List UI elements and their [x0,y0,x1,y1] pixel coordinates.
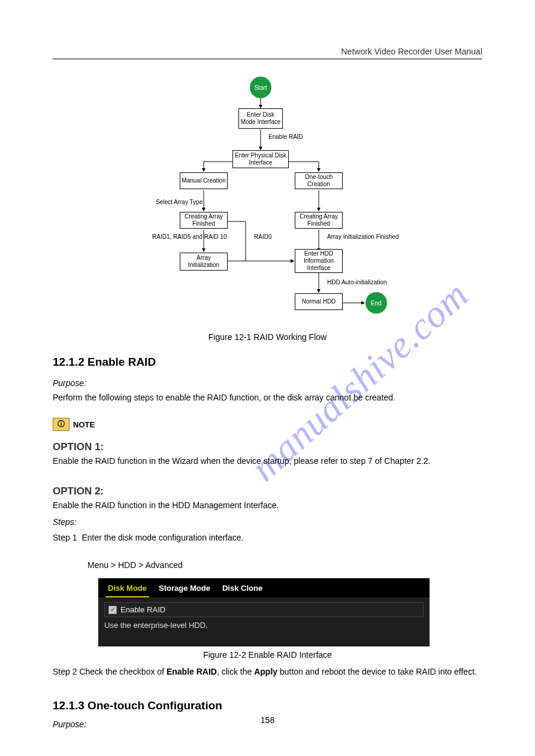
enable-raid-label: Enable RAID [120,605,165,614]
tab-disk-clone[interactable]: Disk Clone [216,578,268,597]
flow-label-enable-raid: Enable RAID [268,133,303,140]
section-title-enable-raid: 12.1.2 Enable RAID [53,356,156,369]
note-row: NOTE [53,418,95,431]
flow-box-ehdd: Enter HDD Information Interface [295,249,343,273]
flow-box-cfin-l: Creating Array Finished [180,212,228,229]
page-number: 158 [0,715,535,725]
flow-box-cfin-r: Creating Array Finished [295,212,343,229]
step1-label: Step 1 [53,533,77,542]
enterprise-hdd-hint: Use the enterprise-level HDD. [104,621,424,630]
flow-end: End [365,292,387,314]
header-divider [53,59,482,59]
flow-label-raid0: RAID0 [254,233,271,240]
purpose-text-1: Perform the following steps to enable th… [53,391,482,404]
flow-label-raid-note: RAID1, RAID5 and RAID 10 [152,233,200,240]
disk-mode-panel: Disk Mode Storage Mode Disk Clone ✓ Enab… [98,578,430,646]
flow-label-autoinit: HDD Auto-initialization [327,279,387,286]
flow-caption: Figure 12-1 RAID Working Flow [0,332,535,342]
step1-path: Menu > HDD > Advanced [87,559,183,572]
flow-box-manual: Manual Creation [180,172,228,189]
flow-start: Start [250,77,271,98]
section-title-onetouch: 12.1.3 One-touch Configuration [53,699,222,712]
flow-box-ainit: Array Initialization [180,253,228,271]
manual-title: Network Video Recorder User Manual [341,47,482,56]
note-icon [53,418,69,431]
note-label: NOTE [73,420,95,429]
flowchart: Start Enter Disk Mode Interface Enable R… [138,71,413,322]
page-header: Network Video Recorder User Manual [53,47,482,56]
flow-box-phys: Enter Physical Disk Interface [232,150,289,168]
flow-label-select-type: Select Array Type [156,199,202,205]
enable-raid-checkbox[interactable]: ✓ [108,606,117,614]
tab-storage-mode[interactable]: Storage Mode [153,578,216,597]
flow-box-normal: Normal HDD [295,293,343,310]
flow-box-disk-mode: Enter Disk Mode Interface [238,108,283,129]
option2-heading: OPTION 2: [53,484,104,499]
option1-text: Enable the RAID function in the Wizard w… [53,455,482,467]
flow-label-init-fin: Array Initialization Finished [327,233,399,240]
flow-box-onetouch: One-touch Creation [295,172,343,189]
purpose-label-1: Purpose: [53,377,86,390]
step2-row: Step 2 Check the checkbox of Enable RAID… [53,666,482,678]
steps-label: Steps: [53,516,77,529]
option2-text: Enable the RAID function in the HDD Mana… [53,499,279,512]
tab-disk-mode[interactable]: Disk Mode [102,578,153,597]
step1-text: Enter the disk mode configuration interf… [81,533,243,542]
panel-caption: Figure 12-2 Enable RAID Interface [0,650,535,660]
flow-end-label: End [371,300,382,306]
enable-raid-row[interactable]: ✓ Enable RAID [104,602,424,617]
option1-heading: OPTION 1: [53,439,104,455]
flow-start-label: Start [254,84,267,91]
step2-label: Step 2 [53,667,77,676]
step1-row: Step 1 Enter the disk mode configuration… [53,532,243,544]
disk-mode-tabbar: Disk Mode Storage Mode Disk Clone [98,578,430,597]
